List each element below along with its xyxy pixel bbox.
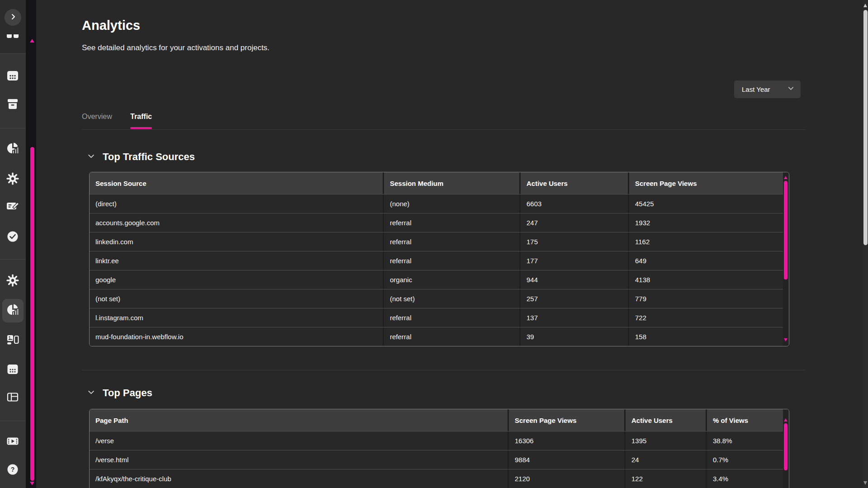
table-cell: 649	[629, 251, 783, 270]
section-divider	[82, 370, 805, 370]
sidebar-item-partial[interactable]	[5, 29, 20, 43]
table-row: (direct)(none)660345425	[90, 194, 783, 213]
sidebar-item-tasks[interactable]	[5, 230, 20, 245]
scroll-up-arrow[interactable]	[863, 4, 867, 7]
table-cell: 175	[521, 232, 629, 251]
tab-traffic[interactable]: Traffic	[130, 113, 152, 121]
scroll-down-arrow[interactable]	[863, 481, 867, 485]
sidebar-top-section	[0, 0, 26, 53]
sidebar-item-media[interactable]	[5, 333, 20, 347]
grid-partial-icon	[6, 32, 19, 40]
column-header: Screen Page Views	[629, 172, 783, 194]
active-tab-indicator	[130, 127, 152, 129]
table-cell: accounts.google.com	[90, 213, 384, 232]
table-cell: 4138	[629, 270, 783, 289]
sidebar-item-settings[interactable]	[5, 172, 20, 187]
table-cell: 45425	[629, 194, 783, 213]
table-row: /kfAkyqx/the-critique-club21201223.4%	[90, 469, 783, 488]
sidebar-item-archive[interactable]	[5, 97, 20, 112]
chevron-down-icon	[87, 389, 95, 398]
table-cell: 38.8%	[707, 431, 783, 450]
table-cell: referral	[384, 232, 521, 251]
check-circle-icon	[5, 229, 20, 246]
table-cell: 944	[521, 270, 629, 289]
gear-icon	[5, 171, 20, 188]
table-row: linktr.eereferral177649	[90, 251, 783, 270]
top-pages-table: Page PathScreen Page ViewsActive Users% …	[90, 409, 783, 488]
table-scrollbar-track	[783, 409, 789, 488]
date-range-dropdown[interactable]: Last Year	[734, 81, 801, 98]
film-play-icon	[5, 434, 20, 450]
table-cell: (not set)	[90, 289, 384, 308]
table-cell: 779	[629, 289, 783, 308]
top-pages-panel: Page PathScreen Page ViewsActive Users% …	[89, 409, 789, 488]
table-cell: 158	[629, 327, 783, 346]
pie-chart-icon	[5, 141, 20, 157]
sidebar-item-layout[interactable]	[5, 391, 20, 405]
calendar-icon	[5, 68, 20, 85]
sidebar-scrollbar-track	[26, 0, 36, 488]
page-subtitle: See detailed analytics for your activati…	[82, 43, 270, 52]
sidebar-item-analytics-active[interactable]	[5, 303, 20, 318]
table-cell: referral	[384, 308, 521, 327]
table-cell: (direct)	[90, 194, 384, 213]
table-cell: /verse	[90, 431, 509, 450]
table-cell: (not set)	[384, 289, 521, 308]
table-cell: 1162	[629, 232, 783, 251]
gear-icon	[5, 273, 20, 289]
table-scrollbar-track	[783, 172, 789, 346]
sidebar-divider	[0, 53, 26, 54]
table-cell: 722	[629, 308, 783, 327]
section-title: Top Traffic Sources	[103, 151, 195, 163]
sidebar-divider	[0, 259, 26, 260]
date-range-value: Last Year	[742, 85, 770, 93]
help-icon: ?	[5, 462, 20, 479]
expand-sidebar-button[interactable]	[5, 9, 21, 26]
devices-icon	[5, 332, 20, 348]
sidebar-item-schedule[interactable]	[5, 69, 20, 84]
sidebar-divider	[0, 128, 26, 128]
sidebar-item-events[interactable]	[5, 363, 20, 377]
section-header-top-traffic-sources[interactable]: Top Traffic Sources	[87, 151, 195, 163]
table-row: (not set)(not set)257779	[90, 289, 783, 308]
table-cell: referral	[384, 213, 521, 232]
scroll-up-arrow[interactable]	[784, 418, 787, 422]
table-cell: mud-foundation-in.webflow.io	[90, 327, 384, 346]
sidebar-item-project-settings[interactable]	[5, 274, 20, 289]
scroll-up-arrow[interactable]	[30, 39, 34, 43]
page-title: Analytics	[82, 18, 140, 33]
sidebar-scrollbar-thumb[interactable]	[30, 147, 34, 481]
column-header: Screen Page Views	[509, 409, 626, 431]
chevron-right-icon	[9, 13, 17, 22]
scroll-down-arrow[interactable]	[30, 482, 34, 485]
tab-overview[interactable]: Overview	[82, 113, 112, 121]
table-cell: /verse.html	[90, 450, 509, 469]
column-header: Page Path	[90, 409, 509, 431]
sidebar-item-cards[interactable]	[5, 199, 20, 214]
card-edit-icon	[5, 199, 20, 215]
column-header: Session Medium	[384, 172, 521, 194]
sidebar-item-tutorials[interactable]	[5, 435, 20, 449]
table-row: linkedin.comreferral1751162	[90, 232, 783, 251]
table-cell: 177	[521, 251, 629, 270]
table-cell: 24	[626, 450, 707, 469]
sidebar-item-help[interactable]: ?	[5, 463, 20, 478]
sidebar-item-analytics[interactable]	[5, 142, 20, 156]
column-header: Active Users	[626, 409, 707, 431]
table-row: googleorganic9444138	[90, 270, 783, 289]
table-cell: l.instagram.com	[90, 308, 384, 327]
sidebar-divider	[0, 421, 26, 421]
traffic-sources-table: Session SourceSession MediumActive Users…	[90, 172, 783, 346]
table-scrollbar-thumb[interactable]	[784, 423, 787, 470]
pie-chart-icon	[5, 303, 20, 319]
table-cell: 122	[626, 469, 707, 488]
page-scrollbar-thumb[interactable]	[863, 10, 868, 245]
scroll-up-arrow[interactable]	[784, 176, 787, 179]
table-scrollbar-thumb[interactable]	[784, 181, 787, 280]
table-cell: linktr.ee	[90, 251, 384, 270]
table-cell: 0.7%	[707, 450, 783, 469]
page-scrollbar-track[interactable]	[863, 0, 868, 488]
scroll-down-arrow[interactable]	[784, 338, 787, 341]
table-row: mud-foundation-in.webflow.ioreferral3915…	[90, 327, 783, 346]
section-header-top-pages[interactable]: Top Pages	[87, 387, 152, 399]
